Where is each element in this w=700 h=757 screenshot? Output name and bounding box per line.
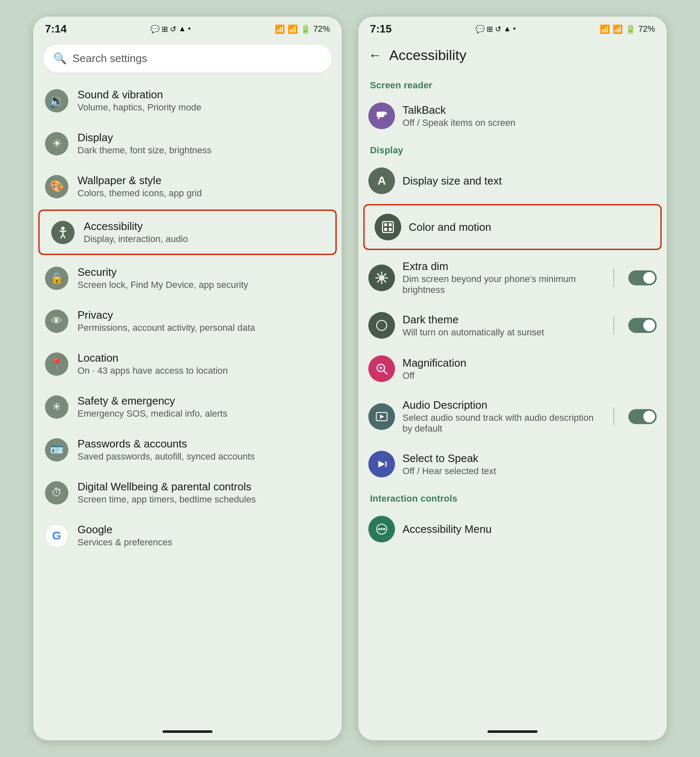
magnification-title: Magnification bbox=[402, 357, 657, 370]
right-status-time: 7:15 bbox=[370, 22, 392, 35]
acc-item-talkback[interactable]: TalkBack Off / Speak items on screen bbox=[358, 94, 667, 137]
search-icon: 🔍 bbox=[53, 52, 67, 65]
security-sub: Screen lock, Find My Device, app securit… bbox=[78, 280, 248, 290]
select-speak-text: Select to Speak Off / Hear selected text bbox=[402, 452, 657, 477]
location-icon-circle: 📍 bbox=[45, 352, 68, 376]
color-motion-svg bbox=[380, 220, 395, 235]
acc-item-acc-menu[interactable]: Accessibility Menu bbox=[358, 507, 667, 551]
nav-icon-r: ▲ bbox=[503, 25, 511, 33]
svg-point-14 bbox=[379, 275, 385, 281]
settings-item-location[interactable]: 📍 Location On · 43 apps have access to l… bbox=[33, 342, 342, 385]
right-status-bar: 7:15 💬 ⊞ ↺ ▲ • 📶 📶 🔋 72% bbox=[358, 17, 667, 39]
google-sub: Services & preferences bbox=[78, 537, 172, 548]
google-text: Google Services & preferences bbox=[78, 523, 172, 548]
acc-item-audio-desc[interactable]: Audio Description Select audio sound tra… bbox=[358, 390, 667, 442]
audio-desc-divider bbox=[613, 407, 614, 426]
svg-rect-12 bbox=[384, 228, 387, 231]
svg-rect-11 bbox=[389, 223, 392, 226]
acc-item-extra-dim[interactable]: Extra dim Dim screen beyond your phone's… bbox=[358, 252, 667, 304]
settings-item-display[interactable]: ☀ Display Dark theme, font size, brightn… bbox=[33, 122, 342, 165]
settings-item-accessibility[interactable]: Accessibility Display, interaction, audi… bbox=[38, 210, 337, 255]
settings-item-privacy[interactable]: 👁 Privacy Permissions, account activity,… bbox=[33, 300, 342, 342]
safety-icon-circle: ✳ bbox=[45, 395, 68, 419]
battery-icon: 🔋 bbox=[300, 24, 311, 34]
slack-icon-r: ⊞ bbox=[487, 25, 493, 34]
svg-rect-9 bbox=[382, 222, 393, 232]
settings-item-sound[interactable]: 🔉 Sound & vibration Volume, haptics, Pri… bbox=[33, 79, 342, 122]
signal-icon-r: 📶 bbox=[612, 24, 623, 34]
google-title: Google bbox=[78, 523, 172, 536]
svg-line-5 bbox=[63, 235, 65, 238]
passwords-sub: Saved passwords, autofill, synced accoun… bbox=[78, 451, 255, 462]
display-title: Display bbox=[78, 131, 212, 144]
svg-line-19 bbox=[378, 274, 379, 275]
svg-marker-29 bbox=[380, 415, 384, 419]
extra-dim-divider bbox=[613, 269, 614, 287]
acc-menu-title: Accessibility Menu bbox=[402, 523, 657, 536]
panel-title: Accessibility bbox=[389, 47, 466, 63]
back-button[interactable]: ← bbox=[368, 47, 382, 63]
settings-item-safety[interactable]: ✳ Safety & emergency Emergency SOS, medi… bbox=[33, 385, 342, 428]
right-status-notifs: 💬 ⊞ ↺ ▲ • bbox=[475, 25, 515, 34]
svg-point-32 bbox=[378, 528, 380, 530]
section-label-interaction: Interaction controls bbox=[358, 486, 667, 507]
safety-sub: Emergency SOS, medical info, alerts bbox=[78, 408, 227, 419]
search-bar-container: 🔍 Search settings bbox=[33, 39, 342, 76]
svg-line-4 bbox=[61, 235, 63, 238]
section-label-display: Display bbox=[358, 137, 667, 159]
acc-item-magnification[interactable]: Magnification Off bbox=[358, 347, 667, 390]
dark-theme-svg bbox=[374, 318, 389, 333]
accessibility-sub: Display, interaction, audio bbox=[84, 234, 188, 245]
extra-dim-toggle[interactable] bbox=[628, 270, 657, 285]
svg-marker-7 bbox=[378, 117, 380, 120]
dark-theme-divider bbox=[613, 316, 614, 335]
settings-item-wallpaper[interactable]: 🎨 Wallpaper & style Colors, themed icons… bbox=[33, 165, 342, 208]
accessibility-text: Accessibility Display, interaction, audi… bbox=[84, 220, 188, 245]
dark-theme-text: Dark theme Will turn on automatically at… bbox=[402, 313, 602, 338]
passwords-text: Passwords & accounts Saved passwords, au… bbox=[78, 437, 255, 462]
audio-desc-text: Audio Description Select audio sound tra… bbox=[402, 399, 602, 434]
search-bar[interactable]: 🔍 Search settings bbox=[43, 45, 332, 72]
svg-line-25 bbox=[384, 371, 387, 374]
acc-item-select-speak[interactable]: Select to Speak Off / Hear selected text bbox=[358, 442, 667, 486]
svg-line-21 bbox=[384, 274, 386, 275]
messenger-icon-r: 💬 bbox=[475, 25, 485, 34]
settings-item-google[interactable]: G Google Services & preferences bbox=[33, 514, 342, 557]
settings-item-wellbeing[interactable]: ⏱ Digital Wellbeing & parental controls … bbox=[33, 471, 342, 514]
talkback-svg bbox=[374, 108, 389, 123]
vpn-icon: ↺ bbox=[170, 25, 176, 34]
sound-sub: Volume, haptics, Priority mode bbox=[78, 102, 201, 113]
right-phone: 7:15 💬 ⊞ ↺ ▲ • 📶 📶 🔋 72% ← Accessibility bbox=[358, 17, 667, 740]
talkback-sub: Off / Speak items on screen bbox=[402, 117, 657, 128]
location-sub: On · 43 apps have access to location bbox=[78, 365, 228, 376]
settings-item-security[interactable]: 🔒 Security Screen lock, Find My Device, … bbox=[33, 257, 342, 300]
accessibility-svg-icon bbox=[56, 225, 70, 240]
acc-item-color-motion[interactable]: Color and motion bbox=[363, 204, 662, 250]
audio-desc-toggle[interactable] bbox=[628, 409, 657, 424]
sound-icon-circle: 🔉 bbox=[45, 89, 68, 112]
extra-dim-icon-circle bbox=[368, 265, 395, 291]
wifi-icon: 📶 bbox=[275, 24, 285, 34]
right-bottom-bar bbox=[488, 730, 538, 733]
acc-item-dark-theme[interactable]: Dark theme Will turn on automatically at… bbox=[358, 304, 667, 347]
right-status-icons: 📶 📶 🔋 72% bbox=[600, 24, 655, 34]
sound-text: Sound & vibration Volume, haptics, Prior… bbox=[78, 88, 201, 113]
color-motion-title: Color and motion bbox=[409, 221, 650, 234]
audio-desc-sub: Select audio sound track with audio desc… bbox=[402, 412, 602, 434]
location-text: Location On · 43 apps have access to loc… bbox=[78, 352, 228, 376]
safety-text: Safety & emergency Emergency SOS, medica… bbox=[78, 395, 227, 419]
panel-header: ← Accessibility bbox=[358, 39, 667, 69]
battery-level-r: 72% bbox=[638, 24, 655, 34]
settings-item-passwords[interactable]: 🪪 Passwords & accounts Saved passwords, … bbox=[33, 428, 342, 471]
left-bottom-bar bbox=[162, 730, 212, 733]
dark-theme-toggle[interactable] bbox=[628, 318, 657, 333]
svg-marker-30 bbox=[378, 461, 385, 467]
wellbeing-sub: Screen time, app timers, bedtime schedul… bbox=[78, 494, 256, 505]
security-text: Security Screen lock, Find My Device, ap… bbox=[78, 266, 248, 290]
svg-rect-10 bbox=[384, 223, 387, 226]
privacy-text: Privacy Permissions, account activity, p… bbox=[78, 309, 255, 333]
svg-rect-13 bbox=[389, 228, 392, 231]
wallpaper-icon-circle: 🎨 bbox=[45, 175, 68, 198]
acc-item-display-size[interactable]: A Display size and text bbox=[358, 159, 667, 202]
security-title: Security bbox=[78, 266, 248, 279]
